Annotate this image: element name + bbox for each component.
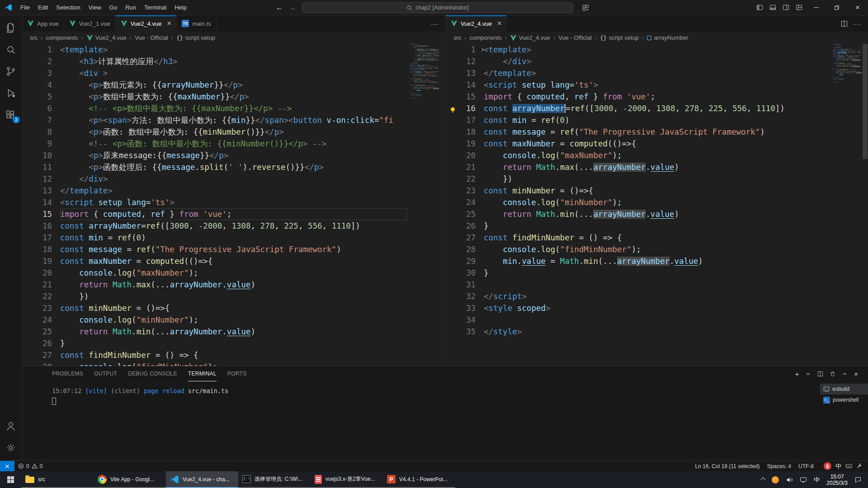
breadcrumb-item[interactable]: src bbox=[453, 34, 461, 41]
volume-icon[interactable] bbox=[786, 476, 793, 483]
panel-tab-ports[interactable]: PORTS bbox=[227, 366, 247, 381]
tab-Vue2_1.vue[interactable]: Vue2_1.vue bbox=[64, 15, 116, 32]
menu-go[interactable]: Go bbox=[105, 0, 121, 15]
split-terminal-icon[interactable] bbox=[817, 371, 823, 377]
taskbar-app-folder[interactable]: src bbox=[21, 471, 94, 488]
ime-tools-icon[interactable] bbox=[856, 463, 863, 469]
toggle-primary-sidebar-icon[interactable] bbox=[753, 0, 766, 15]
layout-grid-icon[interactable] bbox=[579, 0, 592, 15]
code-line: console.log("findMinNumber"); bbox=[60, 361, 407, 366]
activity-settings[interactable] bbox=[0, 437, 22, 459]
ime-keyboard-icon[interactable] bbox=[845, 463, 852, 469]
tab-main.ts[interactable]: TSmain.ts bbox=[177, 15, 217, 32]
vue-icon bbox=[86, 35, 93, 41]
tab-App.vue[interactable]: App.vue bbox=[22, 15, 64, 32]
remote-indicator[interactable] bbox=[0, 461, 14, 472]
breadcrumb-item[interactable]: components bbox=[46, 34, 78, 41]
split-editor-icon[interactable] bbox=[841, 20, 848, 27]
code-content-left[interactable]: <template> <h3>计算属性的应用</h3> <div > <p>数组… bbox=[60, 44, 407, 366]
code-line: const maxNumber = computed(()=>{ bbox=[60, 255, 407, 267]
close-icon[interactable]: × bbox=[167, 20, 171, 27]
menu-edit[interactable]: Edit bbox=[34, 0, 52, 15]
breadcrumb-item[interactable]: arrayNumber bbox=[647, 34, 688, 41]
taskbar-app-cmd[interactable]: 选择管理员: C:\Wi... bbox=[238, 471, 311, 488]
restore-button[interactable] bbox=[826, 0, 847, 15]
code-editor-right[interactable]: 1›12131415161718192021222324252627282930… bbox=[446, 44, 868, 366]
nav-forward-icon[interactable]: → bbox=[289, 4, 296, 12]
kill-terminal-icon[interactable] bbox=[830, 371, 835, 377]
close-icon[interactable]: × bbox=[497, 20, 501, 27]
customize-layout-icon[interactable] bbox=[793, 0, 806, 15]
close-button[interactable]: × bbox=[847, 0, 868, 15]
code-line: <!-- <p>函数: 数组中最小数为: {{minNumber()}}</p>… bbox=[60, 138, 407, 150]
tray-app-icon[interactable] bbox=[772, 476, 779, 483]
tab-Vue2_4.vue[interactable]: Vue2_4.vue× bbox=[446, 15, 507, 32]
menu-terminal[interactable]: Terminal bbox=[140, 0, 170, 15]
tab-Vue2_4.vue[interactable]: Vue2_4.vue× bbox=[116, 15, 177, 32]
problems-status[interactable]: 0 0 bbox=[14, 461, 46, 472]
toggle-panel-icon[interactable] bbox=[766, 0, 779, 15]
minimize-button[interactable] bbox=[806, 0, 826, 15]
menu-file[interactable]: File bbox=[16, 0, 34, 15]
taskbar-app-chrome[interactable]: Vite App - Googl... bbox=[94, 471, 166, 488]
line-number: 12 bbox=[446, 56, 476, 67]
nav-back-icon[interactable]: ← bbox=[276, 4, 283, 12]
minimap-left[interactable]: <template> <h3>计算属性的应用</h3> <div > <p>数组… bbox=[410, 44, 439, 99]
breadcrumb-item[interactable]: {}script setup bbox=[176, 34, 215, 41]
taskbar-app-doc[interactable]: vuejs3.x-第2章Vue... bbox=[311, 471, 383, 488]
tray-expand-icon[interactable] bbox=[761, 477, 766, 482]
terminal-output[interactable]: 15:07:12 [vite] (client) page reload src… bbox=[52, 386, 228, 408]
tray-ime-indicator[interactable]: 中 bbox=[814, 476, 820, 484]
menu-selection[interactable]: Selection bbox=[52, 0, 84, 15]
action-center-icon[interactable] bbox=[854, 476, 862, 483]
maximize-panel-icon[interactable] bbox=[842, 371, 848, 377]
scrollbar-thumb[interactable] bbox=[863, 44, 868, 159]
taskbar-app-ppt[interactable]: PV4.4.1 - PowerPoi... bbox=[383, 471, 455, 488]
cursor-position-status[interactable]: Ln 16, Col 18 (11 selected) bbox=[691, 461, 763, 472]
breadcrumb-item[interactable]: {}script setup bbox=[600, 34, 639, 41]
indentation-status[interactable]: Spaces: 4 bbox=[764, 461, 795, 472]
network-icon[interactable] bbox=[800, 476, 807, 483]
code-editor-left[interactable]: 1234567891011121314151617181920212223242… bbox=[22, 44, 445, 366]
ime-mode-indicator[interactable]: 中 bbox=[835, 462, 841, 470]
start-button[interactable] bbox=[0, 471, 21, 488]
activity-search[interactable] bbox=[0, 39, 22, 61]
encoding-status[interactable]: UTF-8 bbox=[795, 461, 817, 472]
terminal-instance-esbuild[interactable]: esbuild bbox=[820, 384, 868, 394]
activity-run-debug[interactable] bbox=[0, 82, 22, 104]
toggle-secondary-sidebar-icon[interactable] bbox=[779, 0, 793, 15]
activity-explorer[interactable] bbox=[0, 17, 22, 39]
menu-view[interactable]: View bbox=[85, 0, 105, 15]
minimap-right[interactable]: <template> </div></template><script setu… bbox=[833, 44, 862, 84]
breadcrumb-item[interactable]: Vue2_4.vue bbox=[510, 34, 550, 41]
line-number: 25 bbox=[446, 208, 476, 220]
menu-run[interactable]: Run bbox=[121, 0, 140, 15]
breadcrumb-item[interactable]: Vue - Official bbox=[135, 34, 168, 41]
more-actions-icon[interactable]: ··· bbox=[431, 20, 439, 28]
panel-tab-output[interactable]: OUTPUT bbox=[94, 366, 117, 381]
new-terminal-icon[interactable]: + bbox=[795, 370, 799, 378]
breadcrumb-item[interactable]: src bbox=[30, 34, 38, 41]
breadcrumb-item[interactable]: Vue - Official bbox=[558, 34, 592, 41]
activity-source-control[interactable] bbox=[0, 61, 22, 82]
activity-extensions[interactable]: 3 bbox=[0, 104, 22, 126]
close-panel-icon[interactable]: × bbox=[854, 370, 858, 378]
terminal-dropdown-icon[interactable] bbox=[805, 371, 811, 377]
taskbar-clock[interactable]: 15:07 2025/3/3 bbox=[826, 474, 848, 486]
panel-tab-debug-console[interactable]: DEBUG CONSOLE bbox=[128, 366, 177, 381]
activity-account[interactable] bbox=[0, 415, 22, 437]
panel-tab-problems[interactable]: PROBLEMS bbox=[52, 366, 83, 381]
code-line: return Math.max(...arrayNumber.value) bbox=[484, 161, 830, 173]
more-actions-icon[interactable]: ··· bbox=[854, 20, 862, 28]
taskbar-app-vscode[interactable]: Vue2_4.vue - cha... bbox=[166, 471, 238, 488]
sogou-logo-icon[interactable]: S bbox=[824, 462, 831, 470]
code-line: const maxNumber = computed(()=>{ bbox=[484, 138, 830, 150]
code-content-right[interactable]: <template> </div></template><script setu… bbox=[484, 44, 830, 338]
lightbulb-icon[interactable] bbox=[449, 105, 456, 112]
command-center-search[interactable]: chap2 [Administrator] bbox=[302, 2, 573, 13]
breadcrumb-item[interactable]: Vue2_4.vue bbox=[86, 34, 127, 41]
terminal-instance-powershell[interactable]: >_powershell bbox=[820, 394, 868, 405]
menu-help[interactable]: Help bbox=[170, 0, 191, 15]
breadcrumb-item[interactable]: components bbox=[470, 34, 502, 41]
panel-tab-terminal[interactable]: TERMINAL bbox=[188, 366, 217, 381]
